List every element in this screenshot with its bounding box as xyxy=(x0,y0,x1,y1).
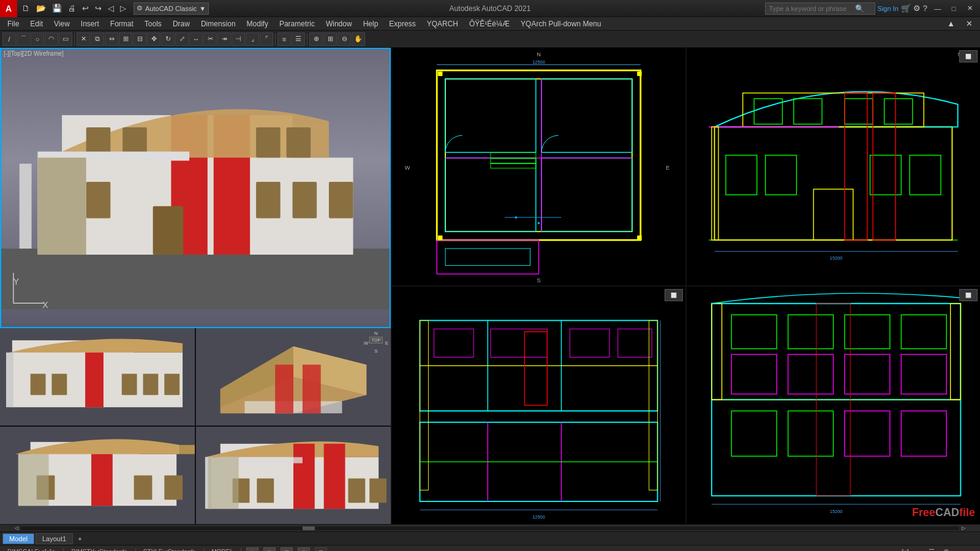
tb-stretch[interactable]: ↔ xyxy=(189,32,203,46)
svg-rect-47 xyxy=(18,454,49,506)
menu-format[interactable]: Format xyxy=(105,18,138,29)
tb-scale[interactable]: ⤢ xyxy=(175,32,189,46)
maximize-btn[interactable]: □ xyxy=(946,2,962,15)
tb-pan[interactable]: ✋ xyxy=(352,32,365,46)
menu-view[interactable]: View xyxy=(49,18,75,29)
scroll-thumb[interactable] xyxy=(303,527,315,530)
open-btn[interactable]: 📂 xyxy=(34,2,48,14)
zoom-out-btn[interactable]: − xyxy=(968,549,975,552)
minimize-panel-btn[interactable]: ▲ xyxy=(942,18,960,29)
view-main-3d[interactable]: [-][Top][2D Wireframe] N S E W TOP Unnam… xyxy=(0,48,391,328)
scroll-left-btn[interactable]: ◁ xyxy=(12,525,21,532)
store-icon[interactable]: 🛒 xyxy=(901,4,911,13)
tb-extend[interactable]: ↠ xyxy=(217,32,231,46)
snap-btn[interactable]: ⊕ xyxy=(263,547,276,552)
save-btn[interactable]: 💾 xyxy=(50,2,64,14)
nav-cube-small1[interactable]: ⬜ xyxy=(959,50,978,62)
tb-line[interactable]: / xyxy=(2,32,16,46)
new-btn[interactable]: 🗋 xyxy=(20,2,32,14)
tb-offset[interactable]: ⊞ xyxy=(119,32,132,46)
small1-compass-s: S xyxy=(374,348,377,354)
zoom-in-btn[interactable]: + xyxy=(956,549,963,552)
tb-trim[interactable]: ✂ xyxy=(203,32,217,46)
help-icon[interactable]: ? xyxy=(923,4,927,13)
tb-arc[interactable]: ◠ xyxy=(45,32,58,46)
cad-section[interactable]: ⬜ xyxy=(392,287,685,524)
tb-chamfer[interactable]: ⌟ xyxy=(246,32,259,46)
scroll-track[interactable] xyxy=(21,527,959,530)
view-top-3d[interactable]: N S E W TOP xyxy=(196,328,391,425)
nav-cube-small2[interactable]: ⬜ xyxy=(665,289,683,301)
model-status: MODEL xyxy=(209,549,236,551)
bottom-toolbar: Model Layout1 + xyxy=(0,531,980,545)
tb-circle[interactable]: ○ xyxy=(31,32,44,46)
svg-rect-56 xyxy=(369,478,386,503)
menu-yqarch[interactable]: YQARCH xyxy=(422,18,463,29)
close-btn[interactable]: ✕ xyxy=(962,2,978,15)
add-tab-btn[interactable]: + xyxy=(74,534,85,544)
menu-modify[interactable]: Modify xyxy=(242,18,273,29)
menu-tools[interactable]: Tools xyxy=(140,18,167,29)
tb-polyline[interactable]: ⌒ xyxy=(17,32,30,46)
menu-dimension[interactable]: Dimension xyxy=(196,18,241,29)
cad-detail[interactable]: ⬜ xyxy=(687,287,980,524)
search-box[interactable]: 🔍 xyxy=(765,2,875,15)
view-side-3d[interactable] xyxy=(0,427,195,524)
settings-status-icon[interactable]: ⚙ xyxy=(941,548,951,551)
menu-insert[interactable]: Insert xyxy=(76,18,104,29)
scroll-right-btn[interactable]: ▷ xyxy=(959,525,968,532)
cad-floor-plan[interactable]: N S E W xyxy=(392,48,685,285)
tb-zoom-extents[interactable]: ⊕ xyxy=(309,32,323,46)
arrow-left[interactable]: ◁ xyxy=(105,2,116,14)
ortho-btn[interactable]: ⊞ xyxy=(281,547,293,552)
layout1-tab[interactable]: Layout1 xyxy=(36,533,73,544)
close-panel-btn[interactable]: ✕ xyxy=(961,18,978,29)
tb-properties[interactable]: ☰ xyxy=(292,32,305,46)
tb-layers[interactable]: ≡ xyxy=(277,32,291,46)
tb-rotate[interactable]: ↻ xyxy=(161,32,175,46)
redo-btn[interactable]: ↪ xyxy=(92,2,104,14)
osnap-btn[interactable]: ⊡ xyxy=(315,547,327,552)
undo-btn[interactable]: ↩ xyxy=(80,2,91,14)
cad-elevation[interactable]: ⬜ N xyxy=(687,48,980,285)
layer-icon[interactable]: ≡ xyxy=(914,549,922,552)
search-icon[interactable]: 🔍 xyxy=(855,4,864,13)
settings-icon[interactable]: ⚙ xyxy=(913,4,921,13)
workspace-selector[interactable]: ⚙ AutoCAD Classic ▼ xyxy=(134,2,209,15)
view-front-3d[interactable] xyxy=(0,328,195,425)
view-angle-3d[interactable] xyxy=(196,427,391,524)
polar-btn[interactable]: ◎ xyxy=(298,547,310,552)
search-input[interactable] xyxy=(769,5,855,12)
tb-copy[interactable]: ⧉ xyxy=(91,32,104,46)
tb-mirror[interactable]: ⇔ xyxy=(105,32,118,46)
tb-move[interactable]: ✥ xyxy=(147,32,160,46)
properties-icon[interactable]: ☰ xyxy=(927,548,937,551)
tb-array[interactable]: ⊟ xyxy=(133,32,146,46)
tb-zoom-prev[interactable]: ⊖ xyxy=(337,32,351,46)
menu-pulldown[interactable]: YQArch Pull-down Menu xyxy=(516,18,606,29)
tb-zoom-window[interactable]: ⊞ xyxy=(323,32,337,46)
menu-edit[interactable]: Edit xyxy=(25,18,48,29)
minimize-btn[interactable]: — xyxy=(930,2,946,15)
menu-window[interactable]: Window xyxy=(321,18,357,29)
model-tab[interactable]: Model xyxy=(2,533,34,544)
menu-help[interactable]: Help xyxy=(358,18,383,29)
viewcube-small1[interactable]: N S E W TOP xyxy=(364,331,388,355)
building-svg: Y X xyxy=(1,49,390,327)
sign-in-btn[interactable]: Sign In xyxy=(878,5,899,12)
arrow-right[interactable]: ▷ xyxy=(118,2,129,14)
tb-fillet[interactable]: ⌜ xyxy=(260,32,273,46)
svg-rect-81 xyxy=(637,236,641,240)
nav-cube-small3[interactable]: ⬜ xyxy=(959,289,978,301)
svg-rect-27 xyxy=(51,374,67,395)
tb-erase[interactable]: ✕ xyxy=(77,32,90,46)
menu-draw[interactable]: Draw xyxy=(168,18,195,29)
tb-break[interactable]: ⊣ xyxy=(232,32,245,46)
print-btn[interactable]: 🖨 xyxy=(66,2,78,14)
menu-express[interactable]: Express xyxy=(384,18,420,29)
tb-rect[interactable]: ▭ xyxy=(59,32,72,46)
menu-parametric[interactable]: Parametric xyxy=(274,18,320,29)
grid-btn[interactable]: # xyxy=(246,547,258,552)
menu-file[interactable]: File xyxy=(2,18,24,29)
menu-cyrillic[interactable]: ÔŸÊ¹Éé¼Æ xyxy=(464,18,514,29)
